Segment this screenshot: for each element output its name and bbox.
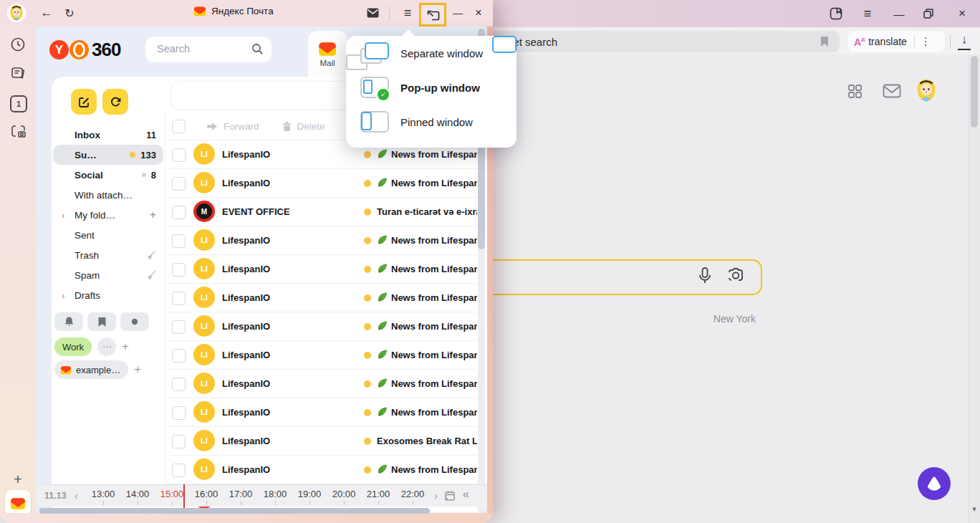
- broom-icon[interactable]: [146, 250, 156, 260]
- mail-search[interactable]: [145, 37, 272, 62]
- download-icon[interactable]: ↓: [958, 33, 971, 50]
- email-row[interactable]: LI LifespanIO Exosomes Break Rat Lif: [165, 427, 477, 456]
- email-row[interactable]: LI LifespanIO News from Lifespan.: [165, 398, 477, 427]
- folder-item[interactable]: › With attach…: [52, 185, 165, 205]
- unread-dot: [364, 466, 371, 474]
- email-row[interactable]: LI LifespanIO News from Lifespan.: [165, 456, 477, 484]
- broom-icon[interactable]: [146, 270, 156, 280]
- mail-envelope-icon[interactable]: [883, 84, 901, 98]
- email-row[interactable]: LI LifespanIO News from Lifespan.: [165, 312, 477, 341]
- menu-item[interactable]: Pinned window: [346, 105, 517, 139]
- folder-item[interactable]: › Sent: [52, 225, 165, 245]
- menu-item[interactable]: ✓ Pop-up window: [346, 70, 517, 105]
- mail-tab-label: Mail: [320, 59, 335, 67]
- tab-counter-badge[interactable]: 1: [10, 95, 27, 112]
- email-row[interactable]: LI LifespanIO News from Lifespan.: [165, 226, 477, 255]
- account-avatar[interactable]: [913, 77, 940, 104]
- email-row[interactable]: LI LifespanIO News from Lifespan.: [165, 370, 477, 398]
- calendar-add-icon[interactable]: [444, 490, 456, 502]
- email-checkbox[interactable]: [172, 406, 186, 420]
- location-label[interactable]: New York: [684, 313, 756, 325]
- screenshot-icon[interactable]: [10, 124, 27, 140]
- notes-icon[interactable]: [10, 65, 26, 81]
- translate-more-icon[interactable]: ⋮: [921, 35, 931, 48]
- scroll-down-icon[interactable]: ▾: [969, 504, 979, 514]
- timeline-next-icon[interactable]: ›: [434, 489, 438, 502]
- email-checkbox[interactable]: [172, 177, 186, 191]
- back-button[interactable]: ←: [39, 5, 54, 21]
- bookmark-button[interactable]: [87, 312, 116, 331]
- popup-close-icon[interactable]: ×: [471, 5, 486, 21]
- email-row[interactable]: LI LifespanIO News from Lifespan.: [165, 255, 477, 284]
- delete-button[interactable]: Delete: [282, 121, 325, 132]
- folder-item[interactable]: › Social 8: [52, 165, 165, 185]
- translate-button[interactable]: Aa translate ⋮: [847, 30, 946, 53]
- mail-search-input[interactable]: [155, 42, 251, 55]
- email-row[interactable]: LI LifespanIO News from Lifespan.: [165, 284, 477, 312]
- tab-mail[interactable]: Mail: [308, 31, 347, 77]
- add-account-button[interactable]: +: [134, 363, 141, 377]
- window-mode-button-highlighted[interactable]: [419, 3, 446, 27]
- timeline-prev-icon[interactable]: ‹: [75, 489, 78, 502]
- email-checkbox[interactable]: [172, 206, 186, 219]
- notifications-bell-button[interactable]: [54, 312, 83, 331]
- image-search-icon[interactable]: [726, 267, 745, 285]
- email-checkbox[interactable]: [172, 320, 186, 334]
- email-row[interactable]: LI LifespanIO News from Lifespan.: [165, 341, 477, 370]
- add-label-button[interactable]: +: [122, 340, 129, 354]
- horizontal-scrollbar-thumb[interactable]: [39, 508, 430, 514]
- popup-minimize-icon[interactable]: —: [450, 5, 466, 21]
- dot-marker-button[interactable]: [120, 312, 149, 331]
- menu-item[interactable]: Separate window: [346, 36, 517, 70]
- leaf-icon: [377, 378, 388, 388]
- mail-app-icon[interactable]: [5, 490, 31, 516]
- menu-item-label: Separate window: [400, 47, 483, 59]
- folder-item[interactable]: › Inbox 11: [52, 125, 165, 145]
- account-pill[interactable]: example…: [54, 360, 128, 379]
- voice-search-icon[interactable]: [696, 267, 714, 285]
- browser-restore-icon[interactable]: [923, 5, 933, 22]
- profile-avatar[interactable]: [7, 4, 26, 22]
- email-checkbox[interactable]: [172, 292, 186, 305]
- forward-button[interactable]: Forward: [206, 121, 259, 132]
- folder-item[interactable]: › Spam: [52, 265, 165, 285]
- y360-logo[interactable]: Y 360: [49, 39, 120, 61]
- browser-menu-icon[interactable]: ≡: [860, 5, 875, 22]
- sync-button[interactable]: [102, 89, 128, 115]
- chevron-right-icon[interactable]: ›: [62, 210, 75, 221]
- timeline-collapse-icon[interactable]: «: [463, 488, 469, 501]
- bookmark-flag-icon[interactable]: [820, 36, 830, 47]
- email-checkbox[interactable]: [172, 464, 186, 477]
- popup-menu-icon[interactable]: ≡: [400, 5, 415, 21]
- email-checkbox[interactable]: [172, 263, 186, 277]
- labels-more-button[interactable]: ⋯: [97, 337, 116, 356]
- email-checkbox[interactable]: [172, 148, 186, 162]
- folder-item[interactable]: › Su… 133: [53, 145, 163, 165]
- browser-minimize-icon[interactable]: —: [893, 5, 905, 22]
- email-checkbox[interactable]: [172, 349, 186, 363]
- label-work[interactable]: Work: [54, 337, 92, 356]
- search-icon[interactable]: [251, 43, 264, 55]
- chevron-right-icon[interactable]: ›: [62, 290, 75, 301]
- history-clock-icon[interactable]: [10, 37, 26, 52]
- email-checkbox[interactable]: [172, 234, 186, 248]
- email-checkbox[interactable]: [172, 435, 186, 448]
- email-row[interactable]: LI LifespanIO News from Lifespan.: [165, 169, 477, 198]
- page-scrollbar-thumb[interactable]: [971, 56, 978, 128]
- folder-item[interactable]: › Drafts: [52, 285, 165, 305]
- add-folder-icon[interactable]: +: [150, 208, 156, 221]
- browser-close-icon[interactable]: ×: [956, 5, 969, 22]
- rail-plus-icon[interactable]: +: [9, 471, 27, 488]
- refresh-button[interactable]: ↻: [62, 5, 77, 21]
- services-grid-icon[interactable]: [847, 84, 863, 99]
- envelope-icon[interactable]: [367, 8, 379, 18]
- email-subject: News from Lifespan.: [391, 464, 477, 475]
- email-row[interactable]: M EVENT OFFICE Turan e-ticarət və e-ixra: [165, 198, 477, 226]
- email-checkbox[interactable]: [172, 378, 186, 391]
- compose-button[interactable]: [71, 89, 97, 115]
- alice-assistant-button[interactable]: [918, 467, 951, 500]
- folder-item[interactable]: › Trash: [52, 245, 165, 265]
- sidebar-panel-icon[interactable]: [830, 5, 842, 22]
- folder-item[interactable]: › My fold… +: [52, 205, 165, 225]
- select-all-checkbox[interactable]: [172, 120, 186, 133]
